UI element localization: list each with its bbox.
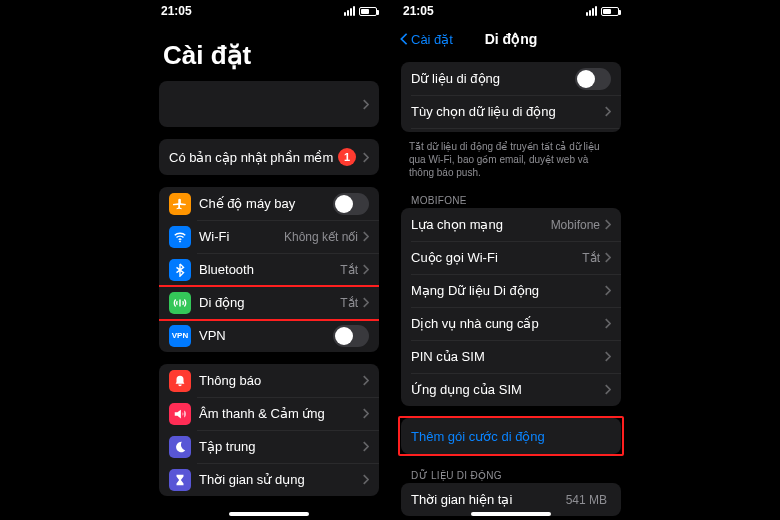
profile-row[interactable] bbox=[159, 81, 379, 127]
row-value: Tắt bbox=[340, 296, 358, 310]
row-value: 541 MB bbox=[566, 493, 607, 507]
row-value: Tắt bbox=[582, 251, 600, 265]
bell-icon bbox=[169, 370, 191, 392]
vpn-row[interactable]: VPN VPN bbox=[159, 319, 379, 352]
back-label: Cài đặt bbox=[411, 32, 453, 47]
cellular-icon bbox=[169, 292, 191, 314]
wifi-icon bbox=[169, 226, 191, 248]
status-bar: 21:05 bbox=[149, 0, 389, 22]
row-label: Mạng Dữ liệu Di động bbox=[411, 283, 539, 298]
notifications-group: Thông báo Âm thanh & Cảm ứng Tập trung bbox=[159, 364, 379, 496]
sim-apps-row[interactable]: Ứng dụng của SIM bbox=[401, 373, 621, 406]
add-cellular-plan-row[interactable]: Thêm gói cước di động bbox=[401, 418, 621, 454]
row-label: Di động bbox=[199, 295, 245, 310]
nav-bar: Cài đặt Di động bbox=[391, 22, 631, 56]
status-time: 21:05 bbox=[403, 4, 434, 18]
airplane-toggle[interactable] bbox=[333, 193, 369, 215]
update-label: Có bản cập nhật phần mềm bbox=[169, 150, 333, 165]
status-time: 21:05 bbox=[161, 4, 192, 18]
row-label: Lựa chọn mạng bbox=[411, 217, 503, 232]
chevron-right-icon bbox=[362, 99, 369, 110]
cellular-row[interactable]: Di động Tắt bbox=[159, 286, 379, 319]
sim-pin-row[interactable]: PIN của SIM bbox=[401, 340, 621, 373]
chevron-right-icon bbox=[604, 252, 611, 263]
svg-point-0 bbox=[179, 240, 181, 242]
airplane-mode-row[interactable]: Chế độ máy bay bbox=[159, 187, 379, 220]
chevron-right-icon bbox=[362, 408, 369, 419]
row-value: Không kết nối bbox=[284, 230, 358, 244]
cellular-scroll[interactable]: Dữ liệu di động Tùy chọn dữ liệu di động… bbox=[391, 62, 631, 520]
row-label: Dịch vụ nhà cung cấp bbox=[411, 316, 539, 331]
nav-title: Di động bbox=[485, 31, 538, 47]
screentime-row[interactable]: Thời gian sử dụng bbox=[159, 463, 379, 496]
chevron-right-icon bbox=[604, 318, 611, 329]
row-label: Tập trung bbox=[199, 439, 255, 454]
wifi-calling-row[interactable]: Cuộc gọi Wi-Fi Tắt bbox=[401, 241, 621, 274]
row-label: Chế độ máy bay bbox=[199, 196, 295, 211]
row-label: Bluetooth bbox=[199, 262, 254, 277]
vpn-icon: VPN bbox=[169, 325, 191, 347]
cellular-data-row[interactable]: Dữ liệu di động bbox=[401, 62, 621, 95]
update-badge: 1 bbox=[338, 148, 356, 166]
focus-row[interactable]: Tập trung bbox=[159, 430, 379, 463]
signal-icon bbox=[344, 6, 355, 16]
volume-icon bbox=[169, 403, 191, 425]
usage-header: DỮ LIỆU DI ĐỘNG bbox=[401, 466, 621, 483]
cellular-data-toggle[interactable] bbox=[575, 68, 611, 90]
row-label: Wi-Fi bbox=[199, 229, 229, 244]
row-label: VPN bbox=[199, 328, 226, 343]
sounds-row[interactable]: Âm thanh & Cảm ứng bbox=[159, 397, 379, 430]
chevron-right-icon bbox=[362, 264, 369, 275]
vpn-toggle[interactable] bbox=[333, 325, 369, 347]
row-value: Mobifone bbox=[551, 218, 600, 232]
battery-icon bbox=[359, 7, 377, 16]
row-label: Ứng dụng của SIM bbox=[411, 382, 522, 397]
update-group: Có bản cập nhật phần mềm 1 bbox=[159, 139, 379, 175]
chevron-right-icon bbox=[362, 231, 369, 242]
airplane-icon bbox=[169, 193, 191, 215]
chevron-right-icon bbox=[362, 474, 369, 485]
connectivity-group: Chế độ máy bay Wi-Fi Không kết nối Bluet… bbox=[159, 187, 379, 352]
battery-icon bbox=[601, 7, 619, 16]
chevron-right-icon bbox=[362, 152, 369, 163]
row-label: Thêm gói cước di động bbox=[411, 429, 545, 444]
row-label: Cuộc gọi Wi-Fi bbox=[411, 250, 498, 265]
moon-icon bbox=[169, 436, 191, 458]
page-title: Cài đặt bbox=[149, 22, 389, 81]
network-selection-row[interactable]: Lựa chọn mạng Mobifone bbox=[401, 208, 621, 241]
row-label: Dữ liệu di động bbox=[411, 71, 500, 86]
chevron-right-icon bbox=[604, 285, 611, 296]
row-label: Thời gian sử dụng bbox=[199, 472, 305, 487]
back-button[interactable]: Cài đặt bbox=[399, 32, 453, 47]
chevron-right-icon bbox=[362, 441, 369, 452]
row-label: Âm thanh & Cảm ứng bbox=[199, 406, 325, 421]
row-value: Tắt bbox=[340, 263, 358, 277]
settings-scroll[interactable]: Có bản cập nhật phần mềm 1 Chế độ máy ba… bbox=[149, 81, 389, 520]
cellular-options-row[interactable]: Tùy chọn dữ liệu di động bbox=[401, 95, 621, 128]
chevron-right-icon bbox=[604, 219, 611, 230]
chevron-right-icon bbox=[362, 297, 369, 308]
carrier-services-row[interactable]: Dịch vụ nhà cung cấp bbox=[401, 307, 621, 340]
status-bar: 21:05 bbox=[391, 0, 631, 22]
carrier-group: Lựa chọn mạng Mobifone Cuộc gọi Wi-Fi Tắ… bbox=[401, 208, 621, 406]
add-plan-group: Thêm gói cước di động bbox=[401, 418, 621, 454]
row-label: Tùy chọn dữ liệu di động bbox=[411, 104, 556, 119]
data-group: Dữ liệu di động Tùy chọn dữ liệu di động… bbox=[401, 62, 621, 132]
notifications-row[interactable]: Thông báo bbox=[159, 364, 379, 397]
home-indicator[interactable] bbox=[471, 512, 551, 516]
profile-group bbox=[159, 81, 379, 127]
chevron-right-icon bbox=[604, 351, 611, 362]
data-network-row[interactable]: Mạng Dữ liệu Di động bbox=[401, 274, 621, 307]
hotspot-setup-row[interactable]: Thiết lập Điểm truy cập Cá nhân bbox=[401, 128, 621, 132]
wifi-row[interactable]: Wi-Fi Không kết nối bbox=[159, 220, 379, 253]
row-label: PIN của SIM bbox=[411, 349, 485, 364]
software-update-row[interactable]: Có bản cập nhật phần mềm 1 bbox=[159, 139, 379, 175]
home-indicator[interactable] bbox=[229, 512, 309, 516]
settings-root-screen: 21:05 Cài đặt Có bản cập nhật phần mềm 1 bbox=[149, 0, 389, 520]
bluetooth-icon bbox=[169, 259, 191, 281]
carrier-header: MOBIFONE bbox=[401, 191, 621, 208]
chevron-right-icon bbox=[362, 375, 369, 386]
chevron-right-icon bbox=[604, 106, 611, 117]
row-label: Thông báo bbox=[199, 373, 261, 388]
bluetooth-row[interactable]: Bluetooth Tắt bbox=[159, 253, 379, 286]
